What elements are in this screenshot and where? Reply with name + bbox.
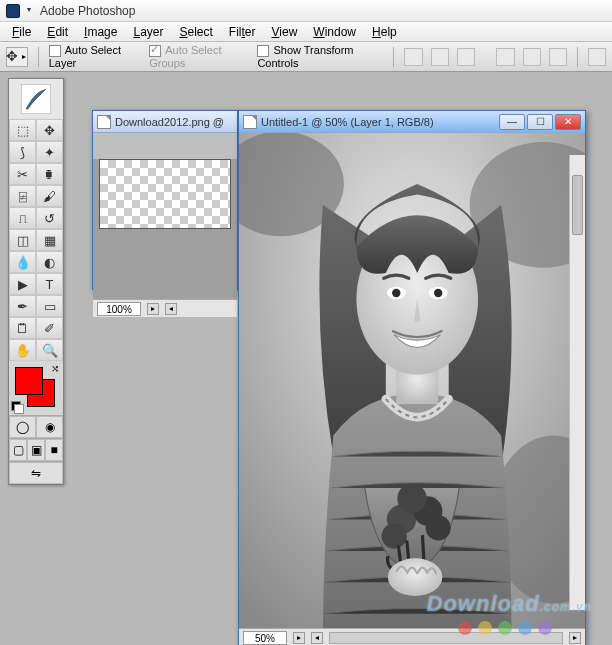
history-brush-tool[interactable]: ↺	[36, 207, 63, 229]
document-title-front: Untitled-1 @ 50% (Layer 1, RGB/8)	[261, 116, 434, 128]
maximize-button[interactable]: ☐	[527, 114, 553, 130]
gradient-tool[interactable]: ▦	[36, 229, 63, 251]
show-transform-option[interactable]: Show Transform Controls	[257, 44, 383, 69]
pen-tool[interactable]: ✒	[9, 295, 36, 317]
menu-bar: File Edit Image Layer Select Filter View…	[0, 22, 612, 42]
menu-edit[interactable]: Edit	[39, 23, 76, 41]
document-icon	[97, 115, 111, 129]
scrollbar-thumb[interactable]	[572, 175, 583, 235]
status-bar-back: 100% ▸ ◂	[93, 299, 237, 317]
jump-imageready-button[interactable]: ⇋	[9, 462, 63, 484]
type-tool[interactable]: T	[36, 273, 63, 295]
brush-tool[interactable]: 🖌	[36, 185, 63, 207]
svg-point-10	[434, 289, 442, 297]
align-left-button[interactable]	[496, 48, 514, 66]
close-button[interactable]: ✕	[555, 114, 581, 130]
quickmask-mode-button[interactable]: ◉	[36, 416, 63, 438]
document-window-front[interactable]: Untitled-1 @ 50% (Layer 1, RGB/8) — ☐ ✕	[238, 110, 586, 645]
foreground-color[interactable]	[15, 367, 43, 395]
rectangular-marquee-tool[interactable]: ⬚	[9, 119, 36, 141]
path-selection-tool[interactable]: ▶	[9, 273, 36, 295]
document-icon	[243, 115, 257, 129]
zoom-tool[interactable]: 🔍	[36, 339, 63, 361]
svg-point-13	[397, 484, 426, 513]
notes-tool[interactable]: 🗒	[9, 317, 36, 339]
canvas-front[interactable]	[239, 133, 585, 628]
rectangle-tool[interactable]: ▭	[36, 295, 63, 317]
options-bar: Auto Select Layer Auto Select Groups Sho…	[0, 42, 612, 72]
feather-icon	[21, 84, 51, 114]
crop-tool[interactable]: ✂	[9, 163, 36, 185]
canvas-back[interactable]	[99, 159, 231, 229]
align-bottom-button[interactable]	[457, 48, 475, 66]
menu-help[interactable]: Help	[364, 23, 405, 41]
color-swatches: ⤭	[9, 361, 63, 415]
separator	[577, 47, 578, 67]
minimize-button[interactable]: —	[499, 114, 525, 130]
eyedropper-tool[interactable]: ✐	[36, 317, 63, 339]
tool-grid: ⬚ ✥ ⟆ ✦ ✂ ⧯ ⍯ 🖌 ⎍ ↺ ◫ ▦ 💧 ◐ ▶ T ✒ ▭ 🗒 ✐ …	[9, 119, 63, 361]
align-top-button[interactable]	[404, 48, 422, 66]
document-window-back[interactable]: Download2012.png @ 100% ▸ ◂	[92, 110, 238, 290]
eraser-tool[interactable]: ◫	[9, 229, 36, 251]
separator	[393, 47, 394, 67]
menu-image[interactable]: Image	[76, 23, 125, 41]
toolbox-header	[9, 79, 63, 119]
current-tool-icon[interactable]	[6, 47, 28, 67]
app-icon[interactable]	[6, 4, 20, 18]
hand-tool[interactable]: ✋	[9, 339, 36, 361]
default-colors-icon[interactable]	[11, 401, 23, 413]
healing-brush-tool[interactable]: ⍯	[9, 185, 36, 207]
align-vcenter-button[interactable]	[431, 48, 449, 66]
svg-point-8	[392, 289, 400, 297]
slice-tool[interactable]: ⧯	[36, 163, 63, 185]
full-screen-button[interactable]: ■	[45, 439, 63, 461]
work-area: ⬚ ✥ ⟆ ✦ ✂ ⧯ ⍯ 🖌 ⎍ ↺ ◫ ▦ 💧 ◐ ▶ T ✒ ▭ 🗒 ✐ …	[0, 72, 612, 645]
magic-wand-tool[interactable]: ✦	[36, 141, 63, 163]
scroll-right-button[interactable]: ▸	[569, 632, 581, 644]
svg-line-0	[26, 93, 42, 109]
clone-stamp-tool[interactable]: ⎍	[9, 207, 36, 229]
watermark-dots	[458, 621, 552, 635]
document-titlebar-front[interactable]: Untitled-1 @ 50% (Layer 1, RGB/8) — ☐ ✕	[239, 111, 585, 133]
scrollbar-vertical[interactable]	[569, 155, 585, 610]
doc-info-button[interactable]: ▸	[293, 632, 305, 644]
zoom-field-back[interactable]: 100%	[97, 302, 141, 316]
menu-window[interactable]: Window	[305, 23, 364, 41]
scroll-left-button[interactable]: ◂	[311, 632, 323, 644]
toolbox-panel[interactable]: ⬚ ✥ ⟆ ✦ ✂ ⧯ ⍯ 🖌 ⎍ ↺ ◫ ▦ 💧 ◐ ▶ T ✒ ▭ 🗒 ✐ …	[8, 78, 64, 485]
move-tool[interactable]: ✥	[36, 119, 63, 141]
app-titlebar: Adobe Photoshop	[0, 0, 612, 22]
scroll-left-button[interactable]: ◂	[165, 303, 177, 315]
app-title: Adobe Photoshop	[40, 4, 135, 18]
menu-file[interactable]: File	[4, 23, 39, 41]
menu-select[interactable]: Select	[171, 23, 220, 41]
blur-tool[interactable]: 💧	[9, 251, 36, 273]
menu-layer[interactable]: Layer	[125, 23, 171, 41]
separator	[38, 47, 39, 67]
menu-filter[interactable]: Filter	[221, 23, 264, 41]
full-menubar-button[interactable]: ▣	[27, 439, 45, 461]
swap-colors-icon[interactable]: ⤭	[51, 363, 59, 374]
dodge-tool[interactable]: ◐	[36, 251, 63, 273]
document-title-back: Download2012.png @	[115, 116, 224, 128]
watermark: Download.com.vn	[427, 591, 592, 617]
standard-mode-button[interactable]: ◯	[9, 416, 36, 438]
align-right-button[interactable]	[549, 48, 567, 66]
svg-point-15	[382, 524, 407, 549]
doc-info-button[interactable]: ▸	[147, 303, 159, 315]
svg-point-14	[426, 515, 451, 540]
menu-view[interactable]: View	[264, 23, 306, 41]
standard-screen-button[interactable]: ▢	[9, 439, 27, 461]
align-hcenter-button[interactable]	[523, 48, 541, 66]
lasso-tool[interactable]: ⟆	[9, 141, 36, 163]
zoom-field-front[interactable]: 50%	[243, 631, 287, 645]
auto-select-layer-option[interactable]: Auto Select Layer	[49, 44, 142, 69]
distribute-button[interactable]	[588, 48, 606, 66]
document-titlebar-back[interactable]: Download2012.png @	[93, 111, 237, 133]
auto-select-groups-option[interactable]: Auto Select Groups	[149, 44, 249, 69]
